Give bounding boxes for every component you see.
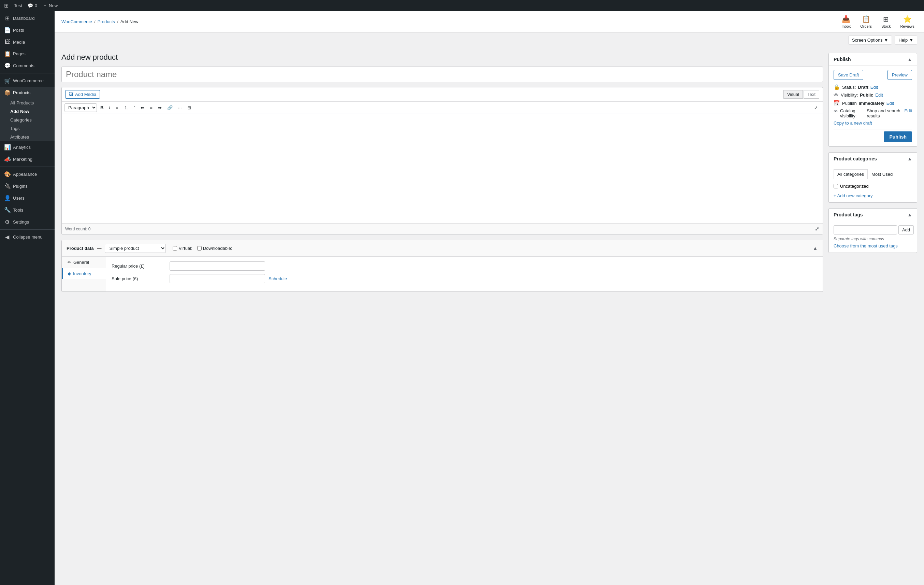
schedule-link[interactable]: Schedule	[269, 276, 287, 281]
ol-button[interactable]: ⒈	[122, 104, 130, 112]
ul-button[interactable]: ≡	[114, 104, 120, 111]
add-media-button[interactable]: 🖼 Add Media	[65, 90, 100, 99]
reviews-button[interactable]: ⭐ Reviews	[898, 14, 917, 30]
visual-tab[interactable]: Visual	[784, 90, 803, 99]
category-tabs: All categories Most Used	[833, 169, 912, 179]
breadcrumb-products[interactable]: Products	[97, 19, 115, 24]
breadcrumb-woocommerce[interactable]: WooCommerce	[61, 19, 92, 24]
general-tab-icon: ✏	[68, 260, 71, 265]
virtual-check-label[interactable]: Virtual:	[173, 246, 192, 251]
editor-body[interactable]	[62, 114, 823, 223]
new-item[interactable]: ＋ New	[43, 2, 58, 8]
tags-metabox-header: Product tags ▲	[829, 208, 917, 221]
product-data-collapse-button[interactable]: ▲	[812, 245, 818, 251]
sidebar-item-users[interactable]: 👤 Users	[0, 192, 54, 204]
publish-edit-link[interactable]: Edit	[886, 101, 894, 106]
publish-buttons: Save Draft Preview	[833, 70, 912, 80]
site-name[interactable]: Test	[14, 3, 22, 8]
categories-metabox-body: All categories Most Used Uncategorized +…	[829, 165, 917, 202]
publish-button[interactable]: Publish	[884, 131, 912, 142]
left-column: Add new product 🖼 Add Media Visual	[61, 53, 823, 292]
sidebar-item-woocommerce[interactable]: 🛒 WooCommerce	[0, 75, 54, 87]
sidebar-item-analytics[interactable]: 📊 Analytics	[0, 141, 54, 153]
sidebar-item-pages[interactable]: 📋 Pages	[0, 48, 54, 60]
paragraph-select[interactable]: Paragraph	[64, 103, 97, 112]
text-tab[interactable]: Text	[804, 90, 819, 99]
tags-input[interactable]	[833, 225, 897, 235]
sidebar-item-marketing[interactable]: 📣 Marketing	[0, 153, 54, 165]
sidebar-label-appearance: Appearance	[13, 172, 37, 177]
screen-options-button[interactable]: Screen Options ▼	[848, 35, 892, 45]
sidebar-item-tags[interactable]: Tags	[0, 124, 54, 133]
tags-collapse-button[interactable]: ▲	[907, 212, 912, 217]
product-name-input[interactable]	[61, 66, 823, 82]
italic-button[interactable]: I	[107, 104, 112, 111]
downloadable-check-label[interactable]: Downloadable:	[197, 246, 233, 251]
sidebar-item-dashboard[interactable]: ⊞ Dashboard	[0, 12, 54, 24]
publish-metabox-body: Save Draft Preview 🔒 Status: Draft Edit …	[829, 66, 917, 146]
sidebar-item-plugins[interactable]: 🔌 Plugins	[0, 180, 54, 192]
comments-item[interactable]: 💬 0	[28, 3, 37, 8]
product-type-select[interactable]: Simple product Grouped product External/…	[105, 244, 166, 253]
uncategorized-checkbox[interactable]	[833, 184, 838, 188]
orders-label: Orders	[860, 24, 872, 28]
stock-button[interactable]: ⊞ Stock	[879, 14, 894, 30]
help-button[interactable]: Help ▼	[895, 35, 917, 45]
orders-button[interactable]: 📋 Orders	[858, 14, 874, 30]
virtual-checkbox[interactable]	[173, 246, 177, 251]
visibility-edit-link[interactable]: Edit	[875, 93, 883, 98]
sidebar-item-add-new[interactable]: Add New	[0, 107, 54, 116]
catalog-edit-link[interactable]: Edit	[904, 108, 912, 113]
categories-collapse-button[interactable]: ▲	[907, 156, 912, 162]
sidebar-item-categories[interactable]: Categories	[0, 116, 54, 124]
visual-tab-label: Visual	[787, 92, 799, 97]
preview-button[interactable]: Preview	[888, 70, 912, 80]
admin-bar: ⊞ Test 💬 0 ＋ New	[0, 0, 924, 11]
product-tab-general[interactable]: ✏ General	[62, 257, 106, 268]
most-used-tab[interactable]: Most Used	[868, 169, 896, 179]
sidebar-item-attributes[interactable]: Attributes	[0, 133, 54, 141]
sidebar-item-posts[interactable]: 📄 Posts	[0, 24, 54, 36]
inbox-button[interactable]: 📥 Inbox	[839, 14, 853, 30]
sidebar-item-settings[interactable]: ⚙ Settings	[0, 216, 54, 228]
status-edit-link[interactable]: Edit	[870, 85, 878, 90]
regular-price-row: Regular price (£)	[112, 261, 817, 271]
align-center-button[interactable]: ≡	[148, 104, 155, 111]
plus-icon: ＋	[43, 2, 47, 8]
align-right-button[interactable]: ➡	[156, 104, 164, 111]
sidebar-item-media[interactable]: 🖼 Media	[0, 36, 54, 48]
align-left-button[interactable]: ⬅	[139, 104, 146, 111]
attributes-label: Attributes	[10, 134, 29, 140]
sale-price-input[interactable]	[170, 274, 265, 283]
copy-draft-link[interactable]: Copy to a new draft	[833, 121, 912, 126]
blockquote-button[interactable]: "	[132, 104, 137, 111]
sidebar-item-products[interactable]: 📦 Products	[0, 87, 54, 99]
collapse-icon: ◀	[4, 234, 10, 240]
tags-add-button[interactable]: Add	[898, 225, 914, 235]
sidebar-item-comments[interactable]: 💬 Comments	[0, 60, 54, 72]
main-content: WooCommerce / Products / Add New 📥 Inbox…	[54, 11, 924, 585]
more-button[interactable]: ···	[176, 104, 184, 111]
fullscreen-button[interactable]: ⤢	[812, 104, 820, 111]
sidebar-collapse-menu[interactable]: ◀ Collapse menu	[0, 231, 54, 243]
virtual-label: Virtual:	[178, 246, 192, 251]
sidebar-item-appearance[interactable]: 🎨 Appearance	[0, 168, 54, 180]
regular-price-input[interactable]	[170, 261, 265, 271]
tags-choose-link[interactable]: Choose from the most used tags	[833, 243, 898, 248]
link-button[interactable]: 🔗	[165, 104, 175, 111]
downloadable-checkbox[interactable]	[197, 246, 202, 251]
categories-label: Categories	[10, 117, 32, 122]
add-new-category-link[interactable]: + Add new category	[833, 193, 912, 198]
publish-collapse-button[interactable]: ▲	[907, 57, 912, 62]
bold-button[interactable]: B	[98, 104, 106, 111]
table-button[interactable]: ⊞	[185, 104, 193, 111]
all-categories-tab[interactable]: All categories	[833, 169, 868, 179]
product-tab-inventory[interactable]: ◆ Inventory	[62, 268, 106, 279]
editor-expand-button[interactable]: ⤢	[815, 226, 819, 232]
sidebar-item-tools[interactable]: 🔧 Tools	[0, 204, 54, 216]
status-label: Status:	[842, 85, 856, 90]
visibility-value: Public	[860, 93, 873, 98]
site-icon[interactable]: ⊞	[4, 2, 8, 9]
sidebar-item-all-products[interactable]: All Products	[0, 99, 54, 107]
save-draft-button[interactable]: Save Draft	[833, 70, 863, 80]
